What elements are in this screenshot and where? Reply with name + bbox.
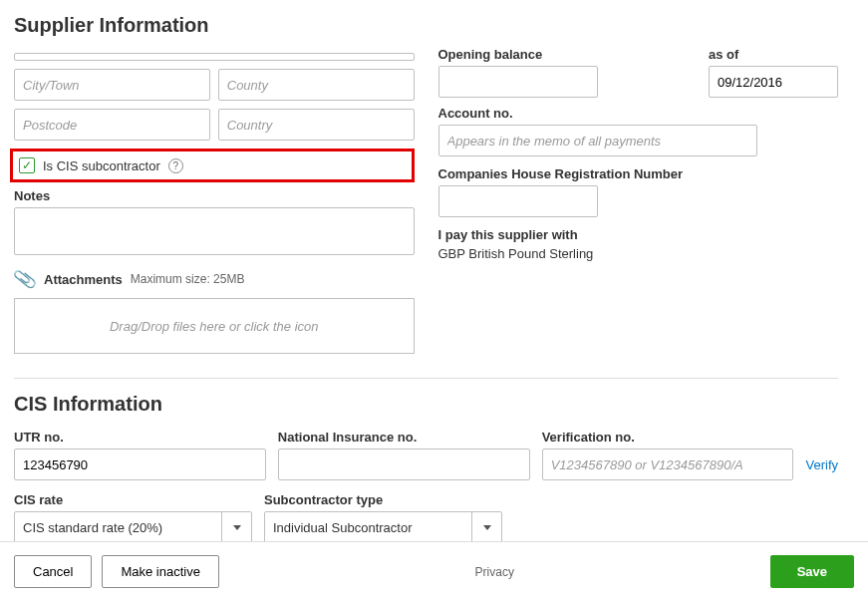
utr-no-label: UTR no. (14, 430, 266, 445)
cis-rate-value: CIS standard rate (20%) (23, 520, 162, 535)
chevron-down-icon (221, 512, 251, 541)
verification-no-label: Verification no. (542, 430, 794, 445)
pay-with-label: I pay this supplier with (438, 227, 839, 242)
as-of-label: as of (709, 47, 838, 62)
cis-checkbox-highlight: ✓ Is CIS subcontractor ? (10, 149, 415, 182)
notes-textarea[interactable] (14, 207, 415, 255)
is-cis-subcontractor-label: Is CIS subcontractor (43, 158, 160, 173)
subcontractor-type-value: Individual Subcontractor (273, 520, 412, 535)
notes-label: Notes (14, 188, 415, 203)
paperclip-icon[interactable]: 📎 (12, 266, 37, 291)
city-town-input[interactable] (14, 69, 210, 101)
as-of-date-input[interactable] (709, 66, 838, 98)
save-button[interactable]: Save (770, 555, 854, 588)
companies-house-label: Companies House Registration Number (438, 166, 839, 181)
subcontractor-type-select[interactable]: Individual Subcontractor (264, 511, 502, 541)
chevron-down-icon (471, 512, 501, 541)
make-inactive-button[interactable]: Make inactive (102, 555, 218, 588)
cancel-button[interactable]: Cancel (14, 555, 92, 588)
national-insurance-input[interactable] (278, 449, 530, 480)
opening-balance-label: Opening balance (438, 47, 702, 62)
help-icon[interactable]: ? (168, 158, 183, 173)
supplier-information-heading: Supplier Information (14, 14, 838, 37)
county-input[interactable] (218, 69, 415, 101)
address-line-input[interactable] (14, 53, 415, 61)
account-no-label: Account no. (438, 106, 839, 121)
divider (14, 378, 838, 379)
national-insurance-label: National Insurance no. (278, 430, 530, 445)
postcode-input[interactable] (14, 109, 210, 141)
form-scroll-area[interactable]: Supplier Information ✓ Is CIS subcontrac… (0, 0, 856, 541)
attachments-dropzone[interactable]: Drag/Drop files here or click the icon (14, 298, 415, 354)
opening-balance-input[interactable] (438, 66, 598, 98)
is-cis-subcontractor-checkbox[interactable]: ✓ (19, 157, 35, 173)
cis-information-heading: CIS Information (14, 393, 838, 416)
pay-with-value: GBP British Pound Sterling (438, 246, 839, 261)
account-no-input[interactable] (438, 125, 757, 156)
cis-rate-select[interactable]: CIS standard rate (20%) (14, 511, 252, 541)
attachments-label: Attachments (44, 272, 123, 287)
utr-no-input[interactable] (14, 449, 266, 480)
country-input[interactable] (218, 109, 415, 141)
footer-bar: Cancel Make inactive Privacy Save (0, 541, 868, 601)
verify-link[interactable]: Verify (805, 457, 838, 480)
verification-no-input[interactable] (542, 449, 794, 480)
cis-rate-label: CIS rate (14, 492, 252, 507)
privacy-link[interactable]: Privacy (475, 565, 514, 579)
attachments-hint: Maximum size: 25MB (131, 272, 245, 286)
companies-house-input[interactable] (438, 185, 598, 217)
subcontractor-type-label: Subcontractor type (264, 492, 502, 507)
